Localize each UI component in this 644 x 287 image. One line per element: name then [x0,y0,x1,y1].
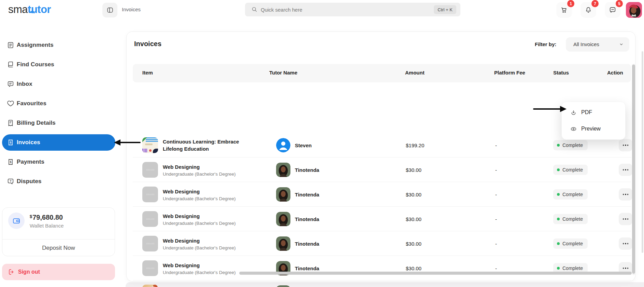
eye-icon [570,125,577,133]
sign-out-button[interactable]: Sign out [2,264,115,280]
invoices-card: Invoices Filter by: All Invoices ItemTut… [126,31,635,282]
amount-value: $30.00 [406,216,421,222]
table-row: 1000x1000 Web Designing Undergraduate (B… [133,158,631,182]
item-title: Web Designing [163,262,248,269]
wallet-card: $79,680.80 Wallet Balance Deposit Now [2,207,115,256]
photo-avatar [276,236,290,251]
tutor-name: Tinotenda [295,216,319,222]
svg-text:$: $ [10,161,12,164]
column-header-action: Action [607,70,623,76]
deposit-now-button[interactable]: Deposit Now [2,240,115,256]
placeholder-thumb: 1000x1000 [142,162,158,178]
status-label: Complete [562,241,583,246]
sidebar-item-payments[interactable]: $ Payments [2,154,115,170]
sidebar-item-disputes[interactable]: ? Disputes [2,173,115,190]
status-dot [557,267,560,270]
sidebar-item-favourites[interactable]: Favourites [2,95,115,112]
sidebar-item-assignments[interactable]: Assignments [2,37,115,53]
search-shortcut-badge: Ctrl + K [434,5,456,14]
amount-value: $30.00 [406,192,421,197]
tutor-name: Tinotenda [295,192,319,197]
item-subtitle: Undergraduate (Bachelor's Degree) [163,270,252,275]
row-actions-button[interactable] [619,237,632,250]
menu-item-pdf[interactable]: PDF [563,105,625,121]
vertical-scrollbar[interactable] [632,65,635,274]
photo-avatar [276,187,290,202]
status-label: Complete [562,265,583,271]
search-bar[interactable]: Ctrl + K [245,3,460,16]
row-actions-menu: PDF Preview [561,101,626,140]
messages-button[interactable]: 5 [605,2,620,18]
app-root: smatutor Assignments Find Courses Inbox … [0,0,644,287]
heart-icon [7,100,14,107]
page-scrollbar[interactable] [642,51,643,253]
search-input[interactable] [261,3,414,16]
sidebar-item-label: Disputes [17,178,42,185]
placeholder-thumb: 1000x1000 [142,260,158,276]
annotation-arrow-invoices [114,139,141,146]
placeholder-thumb: 1000x1000 [142,187,158,202]
table-header: ItemTutor NameAmountPlatform FeeStatusAc… [133,64,631,82]
tutor-name: Tinotenda [295,265,319,271]
platform-fee-value: - [495,192,497,197]
amount-value: $30.00 [406,167,421,173]
item-title: Web Designing [163,237,248,244]
sidebar-item-billing-details[interactable]: Billing Details [2,115,115,131]
desk-photo-thumb [142,285,158,287]
bell-icon [585,6,592,14]
status-badge: Complete [553,238,588,249]
tutor-name: Steven [295,142,312,148]
sidebar-item-label: Payments [17,159,44,165]
amount-value: $30.00 [406,265,421,271]
graduation-cap-icon [29,5,35,9]
platform-fee-value: - [495,216,497,222]
sidebar-collapse-button[interactable] [102,3,117,17]
table-row: 1000x1000 Web Designing Undergraduate (B… [133,207,631,231]
filter-selected-value: All Invoices [573,41,599,47]
billing-icon [7,119,14,127]
amount-value: $30.00 [406,241,421,247]
svg-text:$: $ [10,141,12,144]
sidebar-item-label: Favourites [17,100,46,107]
status-label: Complete [562,192,583,197]
chat-icon [609,6,616,14]
invoice-filter-dropdown[interactable]: All Invoices [566,37,629,52]
download-icon [570,109,577,116]
status-badge: Complete [553,140,588,150]
tutor-name: Tinotenda [295,241,319,247]
platform-fee-value: - [495,167,497,173]
sidebar-item-invoices[interactable]: $ Invoices [2,134,115,151]
row-actions-button[interactable] [619,139,632,151]
logo-text-prefix: sma [8,3,28,15]
tutor-name: Tinotenda [295,167,319,173]
status-label: Complete [562,216,583,222]
menu-item-preview[interactable]: Preview [563,121,625,137]
horizontal-scrollbar[interactable] [239,272,632,275]
column-header-platform-fee: Platform Fee [494,70,525,76]
row-actions-button[interactable] [619,188,632,201]
platform-fee-value: - [495,265,497,271]
sign-out-icon [8,268,15,276]
user-avatar[interactable] [626,2,642,18]
wallet-balance-label: Wallet Balance [30,223,64,229]
row-actions-button[interactable] [619,213,632,225]
sidebar-item-find-courses[interactable]: Find Courses [2,56,115,73]
item-title: Web Designing [163,188,248,195]
chevron-down-icon [618,41,625,47]
payment-icon: $ [7,158,14,166]
topbar: Invoices Ctrl + K 1 7 5 [123,0,644,19]
cart-icon [560,6,568,14]
status-dot [557,218,560,220]
row-actions-button[interactable] [619,164,632,176]
cart-button[interactable]: 1 [556,2,572,18]
column-header-amount: Amount [405,70,425,76]
app-logo: smatutor [8,3,51,16]
sidebar-item-label: Inbox [17,81,32,87]
sidebar-item-inbox[interactable]: Inbox [2,76,115,92]
amount-value: $199.20 [406,142,424,148]
notifications-badge: 7 [591,0,599,7]
notifications-button[interactable]: 7 [581,2,596,18]
sidebar-item-label: Find Courses [17,61,54,68]
sidebar-panel-icon [106,6,114,14]
table-row: 1000x1000 Web Designing Undergraduate (B… [133,231,631,256]
